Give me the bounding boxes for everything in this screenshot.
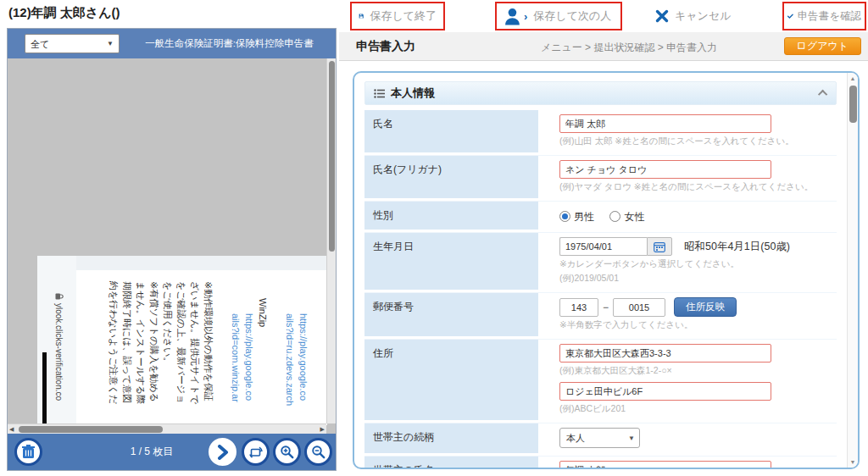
document-title: 一般生命保険証明書:保険料控除申告書 <box>126 29 332 58</box>
male-label: 男性 <box>574 211 594 223</box>
row-kana: 氏名(フリガナ) (例)ヤマダ タロウ ※姓と名の間にスペースを入れてください。 <box>364 155 837 198</box>
section-header-honnin[interactable]: 本人情報 <box>364 81 837 105</box>
confirm-label: 申告書を確認 <box>798 9 861 24</box>
scrollbar-thumb[interactable] <box>329 61 335 252</box>
doc-line: https://play.google.co <box>297 281 310 425</box>
head-name-input[interactable] <box>559 461 771 469</box>
calendar-button[interactable] <box>647 237 672 256</box>
scrollbar-thumb[interactable] <box>19 426 163 433</box>
page-indicator: 1 / 5 枚目 <box>101 434 203 470</box>
chevron-down-icon: ▼ <box>628 434 635 442</box>
save-next-button[interactable]: › 保存して次の人 <box>495 2 622 30</box>
section-title: 本人情報 <box>391 86 435 101</box>
document-address-bar: ylook.clicks-verification.co <box>53 293 65 425</box>
female-radio[interactable] <box>609 211 620 222</box>
logout-button[interactable]: ログアウト <box>784 37 861 55</box>
calendar-icon <box>654 241 665 252</box>
save-exit-button[interactable]: 保存して終了 <box>350 2 445 30</box>
cancel-button[interactable]: キャンセル <box>648 2 742 30</box>
wareki-date: 昭和50年4月1日(50歳) <box>684 240 790 254</box>
cancel-label: キャンセル <box>675 8 732 24</box>
field-hint: (例)2019/05/01 <box>559 273 837 285</box>
rotate-icon <box>248 446 264 459</box>
field-hint: ※カレンダーボタンから選択してください。 <box>559 258 837 270</box>
address1-input[interactable] <box>559 344 771 363</box>
zip2-input[interactable] <box>613 298 665 317</box>
viewer-horizontal-scrollbar[interactable]: ◀ ▶ <box>8 423 326 434</box>
doc-line: 約を行わないようご注意くだ <box>107 281 120 425</box>
doc-line <box>270 281 283 425</box>
list-icon <box>374 89 385 98</box>
form-header-bar: 申告書入力 メニュー > 提出状況確認 > 申告書入力 ログアウト <box>339 32 868 61</box>
doc-line: をご使用ください。 <box>161 281 175 425</box>
field-hint: (例)ABCビル201 <box>559 403 837 415</box>
doc-line: ざいません。提供元サイトで <box>188 281 202 425</box>
delete-page-button[interactable] <box>14 438 42 466</box>
scroll-up-icon[interactable]: ▲ <box>848 75 858 81</box>
scanned-document: ylook.clicks-verification.co https://pla… <box>37 256 327 425</box>
zip-dash: − <box>603 302 609 313</box>
row-relation: 世帯主の続柄 本人 ▼ <box>364 423 837 453</box>
scroll-left-icon[interactable]: ◀ <box>9 424 14 434</box>
chevron-up-icon[interactable] <box>818 90 827 99</box>
field-hint: (例)東京都大田区大森1-2-○× <box>559 365 837 377</box>
person-icon <box>504 7 523 26</box>
document-url-text: ylook.clicks-verification.co <box>55 303 64 401</box>
confirm-button[interactable]: 申告書を確認 <box>782 2 866 30</box>
document-black-bar <box>42 352 47 425</box>
address-lookup-button[interactable]: 住所反映 <box>674 297 737 317</box>
field-hint: (例)山田 太郎 ※姓と名の間にスペースを入れてください。 <box>559 136 837 147</box>
doc-line: ails?id=ru.zdevs.zarch <box>283 281 297 425</box>
document-top-band <box>76 256 327 270</box>
zoom-out-icon <box>311 445 326 459</box>
viewer-header: 全て ▼ 一般生命保険証明書:保険料控除申告書 <box>8 29 336 58</box>
check-icon <box>787 9 793 23</box>
breadcrumb: メニュー > 提出状況確認 > 申告書入力 <box>492 41 766 55</box>
doc-line <box>215 281 229 425</box>
rotate-page-button[interactable] <box>242 438 270 466</box>
relation-select[interactable]: 本人 ▼ <box>559 428 640 448</box>
zoom-in-icon <box>280 445 294 459</box>
birthdate-input[interactable] <box>559 237 647 256</box>
field-label: 氏名 <box>364 110 538 152</box>
chevron-down-icon: ▼ <box>107 40 114 47</box>
doc-line: ません。インストールする際 <box>134 281 147 425</box>
field-label: 氏名(フリガナ) <box>364 156 538 198</box>
row-birthdate: 生年月日 昭和50年4月1日(50歳) ※カレンダーボタンから選択してください。… <box>364 232 837 290</box>
save-exit-label: 保存して終了 <box>370 8 437 24</box>
field-label: 郵便番号 <box>364 293 538 336</box>
zip1-input[interactable] <box>559 298 598 317</box>
viewer-canvas: ylook.clicks-verification.co https://pla… <box>8 58 336 434</box>
field-label: 世帯主の氏名 <box>364 457 538 469</box>
document-viewer: 全て ▼ 一般生命保険証明書:保険料控除申告書 ylook.clicks-ver… <box>7 28 337 471</box>
doc-line: ※動作環境以外の動作を保証 <box>202 281 215 425</box>
row-name: 氏名 (例)山田 太郎 ※姓と名の間にスペースを入れてください。 <box>364 110 837 152</box>
male-radio[interactable] <box>559 211 570 222</box>
trash-icon <box>22 445 35 459</box>
document-filter-select[interactable]: 全て ▼ <box>25 34 120 53</box>
field-hint: ※半角数字で入力してください。 <box>559 319 837 331</box>
row-head-name: 世帯主の氏名 (例)山田 太郎 <box>364 456 837 469</box>
name-input[interactable] <box>559 114 771 133</box>
doc-line: ※有償ソフトの購入を勧める <box>147 281 161 425</box>
next-page-icon <box>217 445 229 460</box>
zoom-out-button[interactable] <box>304 438 332 466</box>
field-label: 生年月日 <box>364 233 538 290</box>
address2-input[interactable] <box>559 382 771 401</box>
filter-value: 全て <box>31 39 49 49</box>
field-label: 世帯主の続柄 <box>364 423 538 453</box>
floppy-icon <box>359 8 364 25</box>
form-panel: 本人情報 氏名 (例)山田 太郎 ※姓と名の間にスペースを入れてください。 氏名… <box>353 71 860 469</box>
scrollbar-thumb[interactable] <box>849 86 857 123</box>
scroll-down-icon[interactable]: ▼ <box>848 459 858 465</box>
doc-line: ails?id=com.winzip.ar <box>229 281 242 425</box>
row-zipcode: 郵便番号 − 住所反映 ※半角数字で入力してください。 <box>364 292 837 336</box>
zoom-in-button[interactable] <box>273 438 301 466</box>
viewer-vertical-scrollbar[interactable] <box>326 58 336 423</box>
next-page-button[interactable] <box>209 438 236 466</box>
form-vertical-scrollbar[interactable]: ▲ ▼ <box>847 73 858 468</box>
kana-input[interactable] <box>559 160 771 179</box>
doc-line: 期限終了時には、誤って意図 <box>120 281 134 425</box>
doc-line: をご確認の上、最新バージョ <box>175 281 188 425</box>
scroll-right-icon[interactable]: ▶ <box>320 424 325 434</box>
